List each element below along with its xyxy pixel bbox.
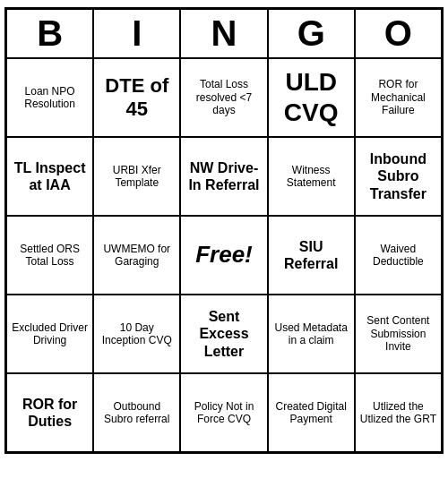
cell-5-3: Policy Not in Force CVQ (180, 373, 267, 452)
cell-5-4: Created Digital Payment (268, 373, 355, 452)
cell-2-2: URBI Xfer Template (93, 137, 180, 216)
bingo-card: B I N G O Loan NPO Resolution DTE of 45 … (4, 7, 444, 454)
cell-4-2: 10 Day Inception CVQ (93, 295, 180, 373)
cell-3-4: SIU Referral (268, 216, 355, 295)
cell-4-3: Sent Excess Letter (180, 295, 267, 373)
cell-3-1: Settled ORS Total Loss (6, 216, 93, 295)
cell-1-2: DTE of 45 (93, 58, 180, 137)
bingo-grid: Loan NPO Resolution DTE of 45 Total Loss… (6, 58, 442, 452)
cell-3-2: UWMEMO for Garaging (93, 216, 180, 295)
cell-4-5: Sent Content Submission Invite (355, 295, 442, 373)
cell-4-4: Used Metadata in a claim (268, 295, 355, 373)
header-g: G (268, 9, 355, 58)
header-n: N (180, 9, 267, 58)
cell-4-1: Excluded Driver Driving (6, 295, 93, 373)
cell-1-5: ROR for Mechanical Failure (355, 58, 442, 137)
cell-1-4: ULD CVQ (268, 58, 355, 137)
cell-5-2: Outbound Subro referral (93, 373, 180, 452)
header-b: B (6, 9, 93, 58)
cell-3-3-free: Free! (180, 216, 267, 295)
cell-3-5: Waived Deductible (355, 216, 442, 295)
cell-1-1: Loan NPO Resolution (6, 58, 93, 137)
cell-2-4: Witness Statement (268, 137, 355, 216)
cell-2-5: Inbound Subro Transfer (355, 137, 442, 216)
cell-2-1: TL Inspect at IAA (6, 137, 93, 216)
cell-5-1: ROR for Duties (6, 373, 93, 452)
header-o: O (355, 9, 442, 58)
cell-5-5: Utlized the Utlized the GRT (355, 373, 442, 452)
cell-2-3: NW Drive-In Referral (180, 137, 267, 216)
bingo-header: B I N G O (6, 9, 442, 58)
header-i: I (93, 9, 180, 58)
cell-1-3: Total Loss resolved <7 days (180, 58, 267, 137)
